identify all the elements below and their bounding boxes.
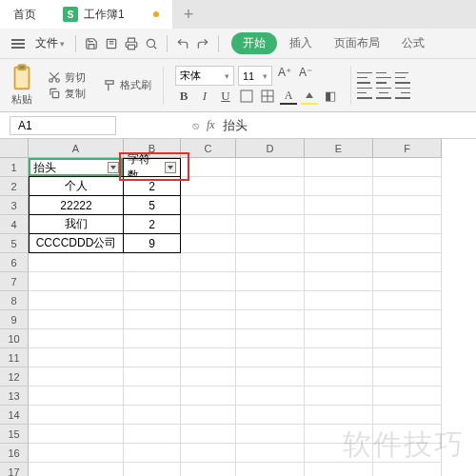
cell-A4[interactable]: 我们 xyxy=(29,215,124,234)
cell-F3[interactable] xyxy=(373,196,442,215)
row-head-6[interactable]: 6 xyxy=(0,253,29,272)
cell-A12[interactable] xyxy=(29,367,124,387)
cell-D13[interactable] xyxy=(236,387,305,406)
col-head-D[interactable]: D xyxy=(236,139,305,158)
cell-C7[interactable] xyxy=(181,272,236,291)
cell-A10[interactable] xyxy=(29,329,124,348)
cell-E3[interactable] xyxy=(305,196,373,215)
cell-A2[interactable]: 个人 xyxy=(29,177,124,196)
decrease-font-icon[interactable]: A⁻ xyxy=(297,66,314,86)
file-menu[interactable]: 文件▾ xyxy=(31,33,69,53)
cell-D16[interactable] xyxy=(236,444,305,463)
cell-F14[interactable] xyxy=(373,406,442,425)
row-head-3[interactable]: 3 xyxy=(0,196,29,215)
cell-D14[interactable] xyxy=(236,406,305,425)
ribbon-tab-page-layout[interactable]: 页面布局 xyxy=(325,35,389,51)
preview-icon[interactable] xyxy=(143,35,160,52)
fill-color-button[interactable] xyxy=(301,88,318,105)
cell-E4[interactable] xyxy=(305,215,373,234)
undo-icon[interactable] xyxy=(174,35,191,52)
cell-F10[interactable] xyxy=(373,329,442,348)
cell-C17[interactable] xyxy=(181,463,236,476)
col-head-A[interactable]: A xyxy=(29,139,124,158)
filter-button[interactable] xyxy=(108,162,119,173)
cell-A9[interactable] xyxy=(29,310,124,329)
cell-B3[interactable]: 5 xyxy=(124,196,181,215)
cell-D10[interactable] xyxy=(236,329,305,348)
align-middle-icon[interactable] xyxy=(376,72,391,84)
cell-D9[interactable] xyxy=(236,310,305,329)
cell-C13[interactable] xyxy=(181,387,236,406)
cell-C10[interactable] xyxy=(181,329,236,348)
cell-B4[interactable]: 2 xyxy=(124,215,181,234)
cell-A3[interactable]: 22222 xyxy=(29,196,124,215)
cell-D7[interactable] xyxy=(236,272,305,291)
row-head-16[interactable]: 16 xyxy=(0,444,29,463)
tab-workbook[interactable]: S 工作簿1 xyxy=(50,0,172,29)
cell-E6[interactable] xyxy=(305,253,373,272)
increase-font-icon[interactable]: A⁺ xyxy=(276,66,293,86)
cell-A16[interactable] xyxy=(29,444,124,463)
row-head-1[interactable]: 1 xyxy=(0,158,29,177)
align-right-icon[interactable] xyxy=(395,88,410,99)
cell-A8[interactable] xyxy=(29,291,124,310)
cell-A6[interactable] xyxy=(29,253,124,272)
cell-D3[interactable] xyxy=(236,196,305,215)
cell-B7[interactable] xyxy=(124,272,181,291)
row-head-13[interactable]: 13 xyxy=(0,387,29,406)
cell-E12[interactable] xyxy=(305,367,373,387)
cell-D6[interactable] xyxy=(236,253,305,272)
cell-C6[interactable] xyxy=(181,253,236,272)
cell-B13[interactable] xyxy=(124,387,181,406)
col-head-C[interactable]: C xyxy=(181,139,236,158)
cell-B12[interactable] xyxy=(124,367,181,387)
bold-button[interactable]: B xyxy=(175,88,192,105)
cell-B10[interactable] xyxy=(124,329,181,348)
cell-E5[interactable] xyxy=(305,234,373,253)
cell-C1[interactable] xyxy=(181,158,236,177)
font-name-select[interactable]: 宋体▾ xyxy=(175,66,234,86)
cell-F5[interactable] xyxy=(373,234,442,253)
cell-C8[interactable] xyxy=(181,291,236,310)
row-head-14[interactable]: 14 xyxy=(0,406,29,425)
ribbon-tab-insert[interactable]: 插入 xyxy=(280,35,322,51)
copy-button[interactable]: 复制 xyxy=(48,87,86,101)
cell-D2[interactable] xyxy=(236,177,305,196)
cell-B9[interactable] xyxy=(124,310,181,329)
cell-F12[interactable] xyxy=(373,367,442,387)
row-head-11[interactable]: 11 xyxy=(0,348,29,367)
row-head-12[interactable]: 12 xyxy=(0,367,29,387)
italic-button[interactable]: I xyxy=(196,88,213,105)
row-head-5[interactable]: 5 xyxy=(0,234,29,253)
tab-home[interactable]: 首页 xyxy=(0,0,50,29)
cell-A11[interactable] xyxy=(29,348,124,367)
col-head-F[interactable]: F xyxy=(373,139,442,158)
cell-B6[interactable] xyxy=(124,253,181,272)
cell-A17[interactable] xyxy=(29,463,124,476)
cell-B5[interactable]: 9 xyxy=(124,234,181,253)
border-button[interactable] xyxy=(238,88,255,105)
cell-B1[interactable]: 字符数 xyxy=(124,158,181,177)
cell-B2[interactable]: 2 xyxy=(124,177,181,196)
cell-E9[interactable] xyxy=(305,310,373,329)
name-box[interactable]: A1 xyxy=(10,116,116,135)
cell-C11[interactable] xyxy=(181,348,236,367)
cell-C4[interactable] xyxy=(181,215,236,234)
print-icon[interactable] xyxy=(123,35,140,52)
cell-E13[interactable] xyxy=(305,387,373,406)
cell-F2[interactable] xyxy=(373,177,442,196)
cell-C3[interactable] xyxy=(181,196,236,215)
cell-A15[interactable] xyxy=(29,425,124,444)
ribbon-tab-formula[interactable]: 公式 xyxy=(392,35,434,51)
cell-E10[interactable] xyxy=(305,329,373,348)
cell-F8[interactable] xyxy=(373,291,442,310)
cell-A5[interactable]: CCCCDDD公司 xyxy=(29,234,124,253)
cell-F7[interactable] xyxy=(373,272,442,291)
cell-E11[interactable] xyxy=(305,348,373,367)
merge-button[interactable]: ◧ xyxy=(322,88,339,105)
cell-C12[interactable] xyxy=(181,367,236,387)
font-size-select[interactable]: 11▾ xyxy=(238,66,272,86)
cell-A1[interactable]: 抬头 xyxy=(29,158,124,177)
cell-B16[interactable] xyxy=(124,444,181,463)
cell-E17[interactable] xyxy=(305,463,373,476)
